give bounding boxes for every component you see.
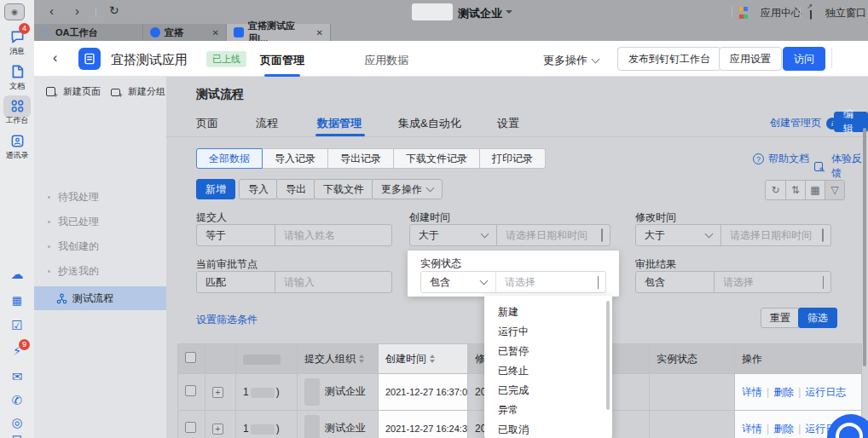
data-tab-import[interactable]: 导入记录 [263, 148, 328, 169]
rail-item-flash[interactable]: ⚡ 9 [0, 343, 34, 360]
standalone-window-link[interactable]: 独立窗口 [825, 6, 866, 20]
download-file-button[interactable]: 下载文件 [314, 179, 373, 199]
app-center-link[interactable]: 应用中心 [761, 6, 801, 20]
option-terminated[interactable]: 已终止 [484, 361, 612, 381]
tab-page-management[interactable]: 页面管理 [260, 54, 304, 66]
sort-icon[interactable] [430, 354, 435, 363]
select-all-checkbox[interactable] [185, 352, 196, 363]
visit-button[interactable]: 访问 [783, 47, 825, 71]
data-tab-all[interactable]: 全部数据 [196, 148, 263, 169]
page-scrollbar[interactable] [863, 128, 866, 366]
add-button[interactable]: 新增 [196, 179, 235, 199]
org-caret-icon[interactable] [506, 10, 512, 14]
chevron-up-icon[interactable] [598, 276, 605, 288]
org-name[interactable]: 测试企业 [458, 6, 502, 21]
modified-date-input[interactable]: 请选择日期和时间 [721, 228, 822, 243]
rail-item-todo[interactable]: ☑ [0, 317, 34, 334]
rail-item-calendar[interactable]: ▦ [0, 291, 34, 308]
run-log-link[interactable]: 运行日志 [805, 386, 846, 398]
export-button[interactable]: 导出 [276, 179, 315, 199]
tab-flows[interactable]: 流程 [256, 116, 278, 131]
rail-item-circle-app[interactable]: ◎ [0, 414, 34, 431]
created-date-input[interactable]: 请选择日期和时间 [497, 228, 601, 243]
rail-item-workbench[interactable]: 工作台 [0, 97, 34, 126]
delete-link[interactable]: 删除 [773, 386, 794, 398]
created-operator[interactable]: 大于 [410, 225, 497, 245]
reset-button[interactable]: 重置 [761, 308, 800, 328]
detail-link[interactable]: 详情 [742, 423, 762, 435]
row-checkbox[interactable] [185, 385, 196, 396]
refresh-table-icon[interactable]: ↻ [766, 181, 785, 199]
expand-row-icon[interactable]: + [212, 387, 223, 398]
sidebar-item-test-flow[interactable]: 测试流程 [34, 286, 166, 310]
tab-data-management[interactable]: 数据管理 [317, 116, 362, 131]
configure-filters-link[interactable]: 设置筛选条件 [196, 313, 258, 327]
sidebar-item-processed[interactable]: 我已处理 [34, 210, 166, 233]
sidebar-item-cc-me[interactable]: 抄送我的 [34, 260, 166, 282]
row-checkbox[interactable] [185, 422, 196, 433]
option-new[interactable]: 新建 [484, 303, 612, 322]
result-select[interactable]: 请选择 [715, 275, 823, 290]
delete-link[interactable]: 删除 [773, 423, 794, 435]
columns-icon[interactable]: ▦ [805, 181, 825, 199]
publish-button[interactable]: 发布到钉钉工作台 [617, 47, 721, 71]
data-tab-export[interactable]: 导出记录 [328, 148, 394, 169]
sidebar-item-created-by-me[interactable]: 我创建的 [34, 235, 166, 257]
expand-row-icon[interactable]: + [212, 424, 223, 435]
data-tab-print[interactable]: 打印记录 [480, 148, 546, 169]
sort-icon[interactable] [359, 354, 364, 363]
new-page-button[interactable]: + 新建页面 [46, 85, 101, 98]
help-docs-link[interactable]: ? 帮助文档 [753, 152, 809, 166]
rail-item-phone[interactable]: ✆ [0, 392, 34, 409]
tab-oa-workbench[interactable]: OA工作台 [34, 24, 143, 41]
rail-item-drive[interactable]: ☁ [0, 266, 34, 283]
app-settings-button[interactable]: 应用设置 [719, 47, 782, 71]
tab-close-icon[interactable]: ✕ [316, 28, 323, 37]
rail-item-messages[interactable]: 消息 4 [0, 28, 34, 57]
option-cancelled[interactable]: 已取消 [484, 420, 612, 438]
more-operations-button[interactable]: 更多操作 [372, 179, 443, 199]
tab-pages[interactable]: 页面 [196, 116, 218, 131]
node-input[interactable]: 请输入 [275, 275, 391, 290]
tab-close-icon[interactable]: ✕ [212, 28, 219, 37]
sidebar-item-pending[interactable]: 待我处理 [34, 186, 166, 208]
submitter-input[interactable]: 请输入姓名 [275, 228, 391, 243]
status-operator[interactable]: 包含 [421, 272, 496, 292]
status-select[interactable]: 请选择 [496, 275, 598, 290]
filter-funnel-icon[interactable]: ▽ [825, 181, 844, 199]
dingtalk-logo[interactable]: ◉ [4, 3, 25, 20]
option-running[interactable]: 运行中 [484, 322, 612, 342]
calendar-picker-icon[interactable] [822, 229, 830, 241]
nav-back-icon[interactable]: ‹ [49, 4, 54, 17]
sort-icon[interactable]: ⇅ [785, 181, 805, 199]
refresh-icon[interactable]: ↻ [109, 4, 119, 16]
tab-integration[interactable]: 集成&自动化 [398, 116, 461, 131]
rail-item-box[interactable]: ⊟ [0, 431, 34, 438]
tab-settings[interactable]: 设置 [497, 116, 519, 131]
option-completed[interactable]: 已完成 [484, 381, 612, 401]
more-actions-dropdown[interactable]: 更多操作 [543, 53, 599, 68]
option-error[interactable]: 异常 [484, 401, 612, 420]
chevron-down-icon[interactable] [823, 276, 830, 288]
import-button[interactable]: 导入 [239, 179, 278, 199]
tab-app-data[interactable]: 应用数据 [364, 54, 408, 66]
dropdown-scrollbar[interactable] [606, 301, 610, 410]
nav-forward-icon[interactable]: › [75, 4, 79, 17]
rail-item-docs[interactable]: 文档 [0, 63, 34, 92]
back-arrow-icon[interactable]: ‹ [53, 50, 57, 66]
apply-filter-button[interactable]: 筛选 [798, 308, 837, 328]
calendar-picker-icon[interactable] [601, 229, 610, 241]
rail-item-contacts[interactable]: 通讯录 [0, 132, 34, 161]
submitter-operator[interactable]: 等于 [197, 225, 275, 245]
create-admin-page-link[interactable]: 创建管理页 i [770, 116, 838, 130]
feedback-link[interactable]: ✎ 体验反馈 [814, 152, 868, 181]
detail-link[interactable]: 详情 [742, 386, 762, 398]
tab-yida[interactable]: 宜搭 ✕ [143, 24, 227, 41]
modified-operator[interactable]: 大于 [636, 225, 721, 245]
tab-yida-test-app[interactable]: 宜搭测试应用|... ✕ [227, 24, 331, 41]
new-group-button[interactable]: + 新建分组 [111, 85, 165, 98]
rail-item-mail[interactable]: ✉ [0, 368, 34, 385]
data-tab-download[interactable]: 下载文件记录 [394, 148, 480, 169]
result-operator[interactable]: 包含 [636, 272, 715, 292]
option-paused[interactable]: 已暂停 [484, 342, 612, 361]
